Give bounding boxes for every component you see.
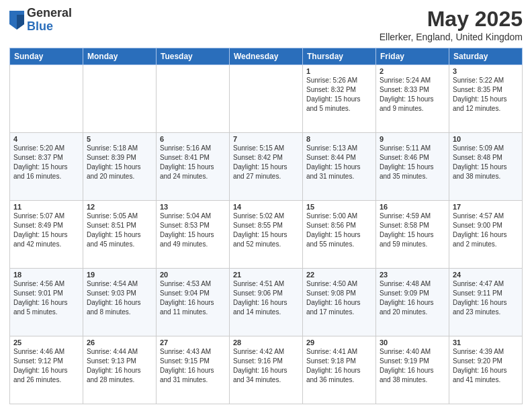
day-number: 4 bbox=[13, 135, 79, 143]
day-number: 2 bbox=[380, 67, 445, 75]
day-number: 21 bbox=[233, 271, 299, 279]
week-row-3: 11Sunrise: 5:07 AM Sunset: 8:49 PM Dayli… bbox=[10, 201, 523, 269]
day-number: 1 bbox=[306, 67, 372, 75]
day-info: Sunrise: 4:53 AM Sunset: 9:04 PM Dayligh… bbox=[160, 279, 226, 317]
day-cell: 16Sunrise: 4:59 AM Sunset: 8:58 PM Dayli… bbox=[376, 201, 449, 269]
week-row-1: 1Sunrise: 5:26 AM Sunset: 8:32 PM Daylig… bbox=[10, 65, 523, 133]
day-info: Sunrise: 5:16 AM Sunset: 8:41 PM Dayligh… bbox=[160, 144, 226, 181]
day-cell: 26Sunrise: 4:44 AM Sunset: 9:13 PM Dayli… bbox=[83, 336, 157, 404]
day-cell bbox=[157, 65, 230, 133]
day-cell bbox=[10, 65, 83, 133]
day-number: 15 bbox=[306, 203, 372, 211]
day-number: 3 bbox=[453, 67, 519, 75]
day-cell: 1Sunrise: 5:26 AM Sunset: 8:32 PM Daylig… bbox=[303, 65, 376, 133]
day-number: 8 bbox=[306, 135, 372, 143]
day-number: 16 bbox=[380, 203, 445, 211]
day-info: Sunrise: 4:54 AM Sunset: 9:03 PM Dayligh… bbox=[87, 279, 152, 317]
day-info: Sunrise: 5:02 AM Sunset: 8:55 PM Dayligh… bbox=[233, 212, 299, 249]
day-number: 30 bbox=[380, 338, 445, 347]
week-row-2: 4Sunrise: 5:20 AM Sunset: 8:37 PM Daylig… bbox=[10, 133, 523, 201]
day-number: 17 bbox=[453, 203, 519, 211]
day-cell: 17Sunrise: 4:57 AM Sunset: 9:00 PM Dayli… bbox=[449, 201, 523, 269]
day-number: 14 bbox=[233, 203, 299, 211]
day-number: 7 bbox=[233, 135, 299, 143]
day-info: Sunrise: 5:09 AM Sunset: 8:48 PM Dayligh… bbox=[453, 144, 519, 181]
day-cell: 23Sunrise: 4:48 AM Sunset: 9:09 PM Dayli… bbox=[376, 269, 449, 336]
day-info: Sunrise: 4:40 AM Sunset: 9:19 PM Dayligh… bbox=[380, 347, 445, 385]
week-row-4: 18Sunrise: 4:56 AM Sunset: 9:01 PM Dayli… bbox=[10, 269, 523, 336]
day-cell: 9Sunrise: 5:11 AM Sunset: 8:46 PM Daylig… bbox=[376, 133, 449, 201]
day-cell: 6Sunrise: 5:16 AM Sunset: 8:41 PM Daylig… bbox=[157, 133, 230, 201]
day-info: Sunrise: 4:41 AM Sunset: 9:18 PM Dayligh… bbox=[306, 347, 372, 385]
day-cell: 29Sunrise: 4:41 AM Sunset: 9:18 PM Dayli… bbox=[303, 336, 376, 404]
day-cell: 14Sunrise: 5:02 AM Sunset: 8:55 PM Dayli… bbox=[230, 201, 303, 269]
logo: General Blue bbox=[9, 7, 72, 34]
day-cell: 18Sunrise: 4:56 AM Sunset: 9:01 PM Dayli… bbox=[10, 269, 83, 336]
day-cell: 25Sunrise: 4:46 AM Sunset: 9:12 PM Dayli… bbox=[10, 336, 83, 404]
day-cell bbox=[230, 65, 303, 133]
day-info: Sunrise: 4:47 AM Sunset: 9:11 PM Dayligh… bbox=[453, 279, 519, 317]
header: General Blue May 2025 Ellerker, England,… bbox=[9, 7, 523, 42]
day-info: Sunrise: 5:26 AM Sunset: 8:32 PM Dayligh… bbox=[306, 76, 372, 113]
day-info: Sunrise: 4:46 AM Sunset: 9:12 PM Dayligh… bbox=[13, 347, 79, 385]
day-info: Sunrise: 4:56 AM Sunset: 9:01 PM Dayligh… bbox=[13, 279, 79, 317]
day-cell bbox=[83, 65, 157, 133]
day-number: 24 bbox=[453, 271, 519, 279]
col-header-monday: Monday bbox=[83, 48, 157, 65]
day-cell: 20Sunrise: 4:53 AM Sunset: 9:04 PM Dayli… bbox=[157, 269, 230, 336]
calendar-subtitle: Ellerker, England, United Kingdom bbox=[380, 32, 523, 42]
day-number: 5 bbox=[87, 135, 152, 143]
day-cell: 3Sunrise: 5:22 AM Sunset: 8:35 PM Daylig… bbox=[449, 65, 523, 133]
day-cell: 10Sunrise: 5:09 AM Sunset: 8:48 PM Dayli… bbox=[449, 133, 523, 201]
day-info: Sunrise: 5:11 AM Sunset: 8:46 PM Dayligh… bbox=[380, 144, 445, 181]
day-number: 31 bbox=[453, 338, 519, 347]
col-header-saturday: Saturday bbox=[449, 48, 523, 65]
day-info: Sunrise: 4:43 AM Sunset: 9:15 PM Dayligh… bbox=[160, 347, 226, 385]
day-cell: 11Sunrise: 5:07 AM Sunset: 8:49 PM Dayli… bbox=[10, 201, 83, 269]
day-info: Sunrise: 4:50 AM Sunset: 9:08 PM Dayligh… bbox=[306, 279, 372, 317]
day-number: 6 bbox=[160, 135, 226, 143]
day-number: 9 bbox=[380, 135, 445, 143]
col-header-thursday: Thursday bbox=[303, 48, 376, 65]
day-info: Sunrise: 5:24 AM Sunset: 8:33 PM Dayligh… bbox=[380, 76, 445, 113]
day-cell: 21Sunrise: 4:51 AM Sunset: 9:06 PM Dayli… bbox=[230, 269, 303, 336]
day-cell: 31Sunrise: 4:39 AM Sunset: 9:20 PM Dayli… bbox=[449, 336, 523, 404]
day-cell: 5Sunrise: 5:18 AM Sunset: 8:39 PM Daylig… bbox=[83, 133, 157, 201]
day-info: Sunrise: 5:04 AM Sunset: 8:53 PM Dayligh… bbox=[160, 212, 226, 249]
day-info: Sunrise: 5:15 AM Sunset: 8:42 PM Dayligh… bbox=[233, 144, 299, 181]
day-number: 18 bbox=[13, 271, 79, 279]
logo-general-text: General bbox=[27, 6, 72, 19]
week-row-5: 25Sunrise: 4:46 AM Sunset: 9:12 PM Dayli… bbox=[10, 336, 523, 404]
day-number: 11 bbox=[13, 203, 79, 211]
day-number: 26 bbox=[87, 338, 152, 347]
day-cell: 19Sunrise: 4:54 AM Sunset: 9:03 PM Dayli… bbox=[83, 269, 157, 336]
calendar-table: SundayMondayTuesdayWednesdayThursdayFrid… bbox=[9, 48, 523, 404]
col-header-tuesday: Tuesday bbox=[157, 48, 230, 65]
day-number: 19 bbox=[87, 271, 152, 279]
logo-icon bbox=[9, 11, 24, 30]
day-info: Sunrise: 5:20 AM Sunset: 8:37 PM Dayligh… bbox=[13, 144, 79, 181]
logo-blue-text: Blue bbox=[27, 19, 53, 33]
day-number: 13 bbox=[160, 203, 226, 211]
page: General Blue May 2025 Ellerker, England,… bbox=[0, 0, 532, 411]
day-cell: 7Sunrise: 5:15 AM Sunset: 8:42 PM Daylig… bbox=[230, 133, 303, 201]
calendar-title: May 2025 bbox=[380, 7, 523, 32]
day-cell: 15Sunrise: 5:00 AM Sunset: 8:56 PM Dayli… bbox=[303, 201, 376, 269]
day-number: 28 bbox=[233, 338, 299, 347]
header-row: SundayMondayTuesdayWednesdayThursdayFrid… bbox=[10, 48, 523, 65]
day-info: Sunrise: 5:00 AM Sunset: 8:56 PM Dayligh… bbox=[306, 212, 372, 249]
day-number: 20 bbox=[160, 271, 226, 279]
col-header-sunday: Sunday bbox=[10, 48, 83, 65]
day-number: 29 bbox=[306, 338, 372, 347]
day-cell: 13Sunrise: 5:04 AM Sunset: 8:53 PM Dayli… bbox=[157, 201, 230, 269]
day-info: Sunrise: 4:42 AM Sunset: 9:16 PM Dayligh… bbox=[233, 347, 299, 385]
col-header-friday: Friday bbox=[376, 48, 449, 65]
day-info: Sunrise: 5:07 AM Sunset: 8:49 PM Dayligh… bbox=[13, 212, 79, 249]
day-info: Sunrise: 5:22 AM Sunset: 8:35 PM Dayligh… bbox=[453, 76, 519, 113]
day-cell: 8Sunrise: 5:13 AM Sunset: 8:44 PM Daylig… bbox=[303, 133, 376, 201]
day-cell: 24Sunrise: 4:47 AM Sunset: 9:11 PM Dayli… bbox=[449, 269, 523, 336]
day-number: 22 bbox=[306, 271, 372, 279]
svg-marker-1 bbox=[17, 15, 24, 30]
day-info: Sunrise: 4:57 AM Sunset: 9:00 PM Dayligh… bbox=[453, 212, 519, 249]
title-block: May 2025 Ellerker, England, United Kingd… bbox=[380, 7, 523, 42]
